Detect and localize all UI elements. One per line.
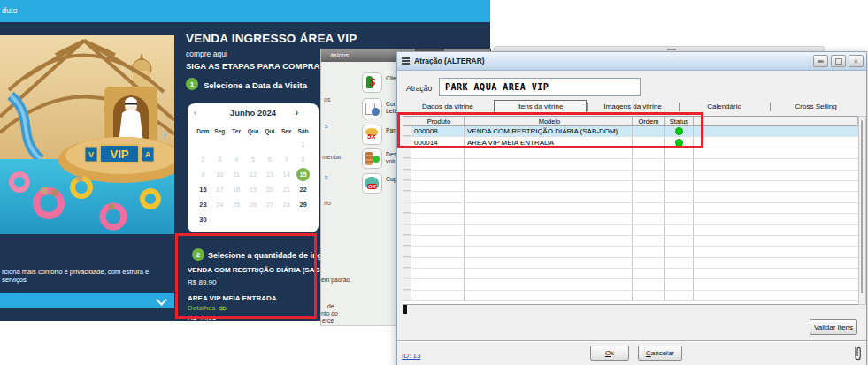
table-cell [694, 247, 858, 256]
calendar-day-22[interactable]: 22 [295, 182, 311, 197]
page-title: VENDA INGRESSO ÁREA VIP [186, 32, 357, 45]
table-cell [633, 203, 665, 213]
hamburger-menu-icon[interactable] [402, 57, 410, 66]
calendar-day-13: 13 [261, 167, 278, 182]
table-cell [694, 258, 858, 268]
calendar-day-18: 18 [228, 182, 245, 197]
maximize-button[interactable] [831, 55, 846, 67]
calendar-prev-icon[interactable]: ‹ [194, 108, 196, 118]
atracao-window: Atração (ALTERAR) ✕ Atração PARK AQUA AR… [396, 51, 867, 365]
table-cell [633, 192, 665, 202]
table-cell [665, 291, 694, 300]
close-button[interactable]: ✕ [849, 55, 864, 67]
table-cell [465, 159, 633, 169]
strip-grip [667, 49, 676, 50]
table-cell [694, 236, 858, 246]
minimize-button[interactable] [813, 55, 828, 67]
annotation-rectangle-table [397, 112, 703, 148]
vip-sign-text: VIP [111, 148, 129, 161]
calendar-day-24: 24 [211, 197, 228, 212]
table-cell [665, 225, 694, 235]
paperclip-icon [852, 345, 862, 365]
window-titlebar[interactable]: Atração (ALTERAR) ✕ [397, 52, 866, 71]
accordion-bar[interactable] [0, 293, 174, 308]
calendar-day-16[interactable]: 16 [195, 182, 211, 197]
table-cell [633, 247, 665, 256]
page-subtitle: compre aqui [186, 49, 227, 58]
table-cell [665, 159, 694, 169]
table-cell [633, 214, 665, 224]
table-empty-row[interactable] [403, 171, 858, 181]
calendar-day-15[interactable]: 15 [296, 168, 310, 181]
row-selector [403, 203, 411, 213]
carousel-next-icon[interactable]: › [162, 126, 166, 142]
calendar-day-12: 12 [245, 167, 262, 182]
row-selector [403, 258, 411, 268]
calendar-day-26: 26 [245, 197, 262, 212]
ok-button[interactable]: Ok [590, 346, 629, 361]
table-cell [665, 247, 694, 256]
tab-cross-selling[interactable]: Cross Selling [770, 100, 862, 114]
table-cell [633, 291, 665, 300]
table-cell [465, 192, 633, 202]
vip-sign-left-letter: V [88, 150, 94, 159]
table-cell [694, 126, 858, 136]
table-empty-row[interactable] [403, 214, 858, 224]
table-vertical-scrollbar[interactable] [858, 116, 866, 305]
calendar-cell-empty [228, 137, 245, 152]
table-cell [665, 269, 694, 278]
table-empty-row[interactable] [403, 159, 858, 170]
table-cell [411, 269, 465, 278]
parcelas-icon: 5X [362, 125, 382, 145]
record-id-link[interactable]: ID: 13 [402, 352, 420, 360]
weekday-sex: Sex [278, 125, 295, 137]
calendar-day-28: 28 [278, 197, 295, 212]
atracao-name-input[interactable]: PARK AQUA AREA VIP [439, 78, 641, 96]
navbar-item-produto[interactable]: duto [2, 6, 18, 15]
table-empty-row[interactable] [403, 148, 858, 159]
hero-photo: V VIP A [0, 35, 174, 234]
cupom-icon: OK [362, 173, 382, 194]
calendar-cell-empty [195, 137, 211, 152]
table-empty-row[interactable] [403, 247, 858, 257]
calendar-day-23[interactable]: 23 [195, 197, 211, 212]
site-top-navbar: duto [0, 0, 490, 22]
table-cell [665, 171, 694, 180]
cancel-button[interactable]: Cancelar [638, 346, 682, 361]
annotation-rectangle-step2 [175, 233, 317, 319]
weekday-dom: Dom [195, 125, 211, 137]
calendar-day-1: 1 [295, 137, 311, 152]
calendar-day-30[interactable]: 30 [195, 212, 211, 227]
validar-itens-button[interactable]: Validar Itens [810, 319, 857, 335]
table-empty-row[interactable] [403, 225, 858, 236]
calendar-day-29[interactable]: 29 [295, 197, 311, 212]
table-cell [411, 225, 465, 235]
row-selector [403, 269, 411, 278]
table-empty-row[interactable] [403, 192, 858, 202]
table-cell [633, 236, 665, 246]
menu-fragment: s [325, 123, 328, 129]
table-empty-row[interactable] [403, 279, 858, 290]
table-cell [411, 203, 465, 213]
table-empty-row[interactable] [403, 203, 858, 214]
calendar-next-icon[interactable]: › [296, 108, 298, 118]
menu-fragment: de [327, 303, 334, 309]
calendar-day-5: 5 [245, 152, 262, 167]
table-empty-row[interactable] [403, 291, 858, 301]
atracao-field-label: Atração [406, 84, 432, 93]
row-selector [403, 236, 411, 246]
table-cell [411, 192, 465, 202]
table-cell [633, 225, 665, 235]
row-selector [403, 279, 411, 289]
calendar-day-27: 27 [261, 197, 278, 212]
calendar-day-14: 14 [278, 167, 295, 182]
table-empty-row[interactable] [403, 236, 858, 247]
table-cell [694, 269, 858, 278]
table-empty-row[interactable] [403, 181, 858, 192]
calendar-day-19: 19 [245, 182, 262, 197]
table-empty-row[interactable] [403, 269, 858, 279]
table-empty-row[interactable] [403, 258, 858, 269]
table-cell [633, 279, 665, 289]
menu-fragment: mentar [322, 154, 342, 160]
table-cell [465, 148, 633, 158]
